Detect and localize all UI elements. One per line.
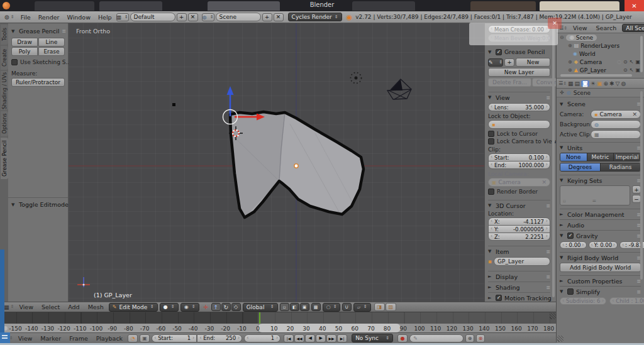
prev-keyframe-button[interactable]: ◀◀ — [294, 334, 304, 342]
tab-constraints[interactable]: ⊕ — [603, 80, 608, 87]
gp-erase-button[interactable]: Erase — [38, 47, 65, 56]
camera-restrict-icon[interactable]: ▣ — [635, 59, 640, 65]
gp-draw-mode-button[interactable]: ✎⇕ — [488, 58, 503, 67]
current-frame-field[interactable]: 1 — [244, 334, 280, 342]
insert-keyframe-button[interactable]: ⊕ — [465, 334, 474, 342]
eye-icon[interactable]: ⊙ — [623, 67, 628, 73]
region-resize-grip[interactable] — [550, 313, 556, 319]
outliner-filter-selector[interactable]: All Scenes — [622, 24, 644, 32]
lock-to-cursor-row[interactable]: Lock to Cursor — [488, 131, 550, 137]
add-rigid-body-world-button[interactable]: Add Rigid Body World — [560, 263, 641, 272]
help-menu[interactable]: Help — [95, 14, 115, 21]
gp-panel-header[interactable]: ▼ ✓ Grease Pencil — [488, 47, 550, 57]
edge-select-button[interactable]: ◧ — [290, 303, 299, 311]
delete-keyframe-button[interactable]: ⊗ — [476, 334, 485, 342]
gravity-y-slider[interactable]: Y: 0.00 — [589, 241, 618, 249]
auto-keyframe-button[interactable]: ● — [397, 334, 408, 342]
screen-layout-selector[interactable]: Default — [130, 13, 175, 21]
scene-panel-header[interactable]: ▼ Scene≣ — [560, 99, 641, 109]
background-set-field[interactable]: ◍ — [591, 120, 641, 129]
simplify-checkbox[interactable] — [567, 288, 574, 295]
units-none-button[interactable]: None — [560, 153, 587, 161]
keying-set-field[interactable]: ✎ — [409, 334, 464, 342]
pivot-point-selector[interactable]: ◉⇕ — [180, 303, 199, 312]
region-resize-grip[interactable] — [557, 336, 564, 342]
opengl-render-anim-button[interactable]: ▨ — [386, 303, 396, 311]
expand-toggle-icon[interactable]: ⊕ — [568, 59, 572, 65]
timeline-frame-menu[interactable]: Frame — [66, 335, 91, 342]
item-name-field[interactable]: GP_Layer — [494, 257, 550, 266]
render-menu[interactable]: Render — [35, 14, 63, 21]
current-frame-line[interactable] — [259, 312, 260, 324]
item-panel-header[interactable]: ▼ Item≣ — [488, 246, 550, 255]
expand-toggle-icon[interactable]: ⊕ — [568, 67, 572, 73]
audio-panel-header[interactable]: ► Audio≣ — [560, 219, 641, 229]
face-select-button[interactable]: ▣ — [300, 303, 309, 311]
tab-material[interactable]: ◍ — [621, 80, 626, 87]
units-radians-button[interactable]: Radians — [601, 163, 640, 171]
color-management-panel-header[interactable]: ► Color Management≣ — [560, 209, 641, 218]
tab-data[interactable]: ▽ — [616, 80, 620, 87]
opengl-render-button[interactable]: ◨ — [374, 303, 385, 311]
translate-manipulator-button[interactable]: ↑ — [211, 303, 221, 311]
add-keying-set-button[interactable]: + — [632, 185, 641, 194]
outliner-item-camera[interactable]: ⊕ ◆ Camera ◌⊙↖▣ — [557, 58, 644, 66]
close-window-button[interactable]: ✕ — [625, 0, 644, 11]
render-engine-selector[interactable]: Cycles Render⇕ — [288, 13, 342, 21]
outliner-vscrollbar[interactable] — [640, 36, 643, 72]
display-panel-header[interactable]: ► Display≣ — [488, 271, 550, 280]
eye-icon[interactable]: ⊙ — [623, 59, 628, 65]
jump-to-start-button[interactable]: |◀ — [284, 334, 294, 342]
units-panel-header[interactable]: ▼ Units≣ — [560, 142, 641, 151]
timeline-view-menu[interactable]: View — [15, 335, 36, 342]
cursor-panel-header[interactable]: ▼ 3D Cursor≣ — [488, 200, 550, 209]
add-layout-button[interactable]: + — [177, 13, 187, 21]
gravity-x-slider[interactable]: : 0.00 — [560, 241, 587, 249]
add-scene-button[interactable]: + — [262, 13, 272, 21]
tab-shading-uvs[interactable]: Shading / UVs — [1, 71, 8, 110]
tab-grease-pencil[interactable]: Grease Pencil — [1, 138, 8, 179]
tab-tools[interactable]: Tools — [1, 25, 8, 45]
clip-end-slider[interactable]: End:1000.000 — [488, 161, 550, 169]
editor-type-button[interactable]: ◍⇕ — [3, 14, 16, 20]
properties-scrollbar[interactable] — [640, 91, 643, 280]
outliner-item-scene[interactable]: ⊖ ◎ Scene — [557, 33, 644, 41]
editor-type-button[interactable]: ▦⇕ — [4, 304, 14, 310]
proportional-edit-selector[interactable]: ○⇕ — [323, 303, 340, 312]
ruler-protractor-button[interactable]: Ruler/Protractor — [11, 78, 65, 87]
simplify-subdivision-slider[interactable]: Subdivisio: 6 — [560, 297, 606, 305]
view-menu[interactable]: View — [16, 304, 36, 310]
render-border-row[interactable]: Render Border — [488, 189, 550, 195]
operator-panel-header[interactable]: ▼ Toggle Editmode — [11, 200, 65, 209]
tab-render-layers[interactable]: ▤ — [575, 80, 580, 87]
play-reverse-button[interactable]: ◀ — [305, 334, 315, 342]
remove-layout-button[interactable]: ✕ — [188, 13, 198, 21]
outliner-view-menu[interactable]: View — [570, 25, 591, 31]
outliner-item-renderlayers[interactable]: ⊕ ▤ RenderLayers — [557, 41, 644, 50]
outliner-item-gp-layer[interactable]: ⊕ ▲ GP_Layer ⊙↖▣ — [557, 66, 644, 74]
mesh-menu[interactable]: Mesh — [85, 304, 107, 310]
lock-object-field[interactable]: ▪ — [488, 120, 550, 129]
frame-start-field[interactable]: Start:1 — [152, 334, 197, 342]
vertex-select-button[interactable]: ▫ — [280, 303, 289, 311]
frame-end-field[interactable]: End:250 — [197, 334, 242, 342]
viewport-shading-selector[interactable]: ●⇕ — [160, 303, 179, 312]
paper-boat-mesh[interactable] — [387, 79, 411, 99]
transform-orientation-selector[interactable]: Global⇕ — [243, 303, 278, 312]
units-metric-button[interactable]: Metric — [587, 153, 614, 161]
tab-object[interactable]: ▣ — [597, 80, 602, 87]
tab-render[interactable]: ▦ — [568, 80, 574, 87]
keying-sets-list[interactable]: ▫ = — [560, 185, 630, 205]
scene-camera-field[interactable]: ▪ Camera ✕ — [591, 110, 641, 119]
lens-slider[interactable]: Lens:35.000 — [488, 103, 550, 111]
timeline-ruler[interactable]: -150-140-130-120-110-100-90-80-70-60-50-… — [0, 324, 556, 332]
mean-crease-slider[interactable]: Mean Crease:0.00 — [488, 25, 550, 33]
scene-icon-button[interactable]: ◍⇕ — [202, 13, 214, 21]
gravity-panel-header[interactable]: ▼ ✓ Gravity≣ — [560, 230, 641, 239]
next-keyframe-button[interactable]: ▶▶ — [326, 334, 336, 342]
units-imperial-button[interactable]: Imperial — [614, 153, 640, 161]
pointer-icon[interactable]: ↖ — [630, 59, 634, 65]
grease-pencil-panel-header[interactable]: ▼ Grease Pencil≣ — [11, 26, 65, 36]
mean-bevel-slider[interactable]: Mean Bevel Weig:0.00 — [488, 34, 550, 42]
lamp-object[interactable] — [351, 73, 362, 84]
